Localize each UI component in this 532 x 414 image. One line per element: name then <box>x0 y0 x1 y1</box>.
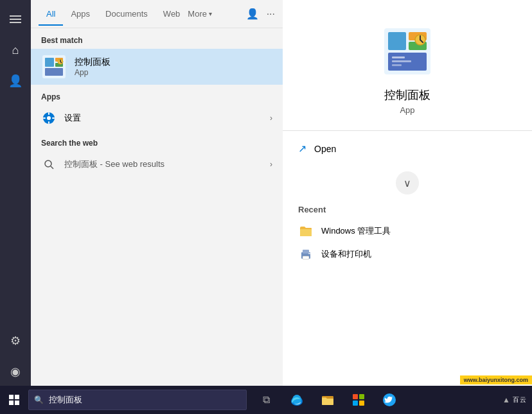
svg-rect-8 <box>48 112 49 115</box>
tab-more[interactable]: More ▾ <box>188 9 212 19</box>
svg-point-7 <box>47 116 51 120</box>
settings-app-arrow: › <box>270 114 272 123</box>
svg-rect-11 <box>52 117 55 119</box>
open-label: Open <box>314 144 336 154</box>
sidebar-item-user[interactable]: 👤 <box>1 67 30 95</box>
svg-rect-10 <box>43 117 46 119</box>
svg-line-13 <box>51 166 53 169</box>
watermark: www.baiyunxitong.com <box>460 375 532 384</box>
best-match-name: 控制面板 <box>75 56 111 68</box>
tray-icons: ▲ <box>502 395 510 404</box>
svg-rect-21 <box>392 60 411 62</box>
search-panel: All Apps Documents Web More ▾ 👤 ··· Best… <box>31 0 283 386</box>
start-menu: ⌂ 👤 ⚙ ◉ All Apps Documents Web More ▾ 👤 … <box>0 0 532 386</box>
recent-item-1[interactable]: 设备和打印机 <box>298 243 517 266</box>
recent-title: Recent <box>298 205 517 214</box>
svg-rect-23 <box>300 229 312 236</box>
task-view-icon: ⧉ <box>263 394 270 406</box>
svg-rect-15 <box>388 32 406 50</box>
sidebar-item-home[interactable]: ⌂ <box>1 36 30 64</box>
detail-actions: ↗ Open <box>283 131 532 166</box>
svg-rect-20 <box>392 56 405 58</box>
web-search-arrow: › <box>270 160 272 169</box>
sidebar-item-settings[interactable]: ⚙ <box>1 327 30 355</box>
detail-app-type: App <box>400 105 414 115</box>
best-match-label: Best match <box>31 28 283 49</box>
overflow-menu-icon[interactable]: ··· <box>267 8 275 20</box>
printer-icon <box>298 246 314 262</box>
explorer-icon <box>321 393 335 407</box>
open-action[interactable]: ↗ Open <box>283 136 532 161</box>
folder-icon-0 <box>298 223 314 239</box>
start-button[interactable] <box>0 386 28 414</box>
svg-rect-32 <box>353 394 358 399</box>
app-item-settings[interactable]: 设置 › <box>31 105 283 131</box>
windows-logo-icon <box>9 395 19 405</box>
ms-store-icon <box>351 393 366 407</box>
settings-app-name: 设置 <box>64 112 270 124</box>
clock: 百云 <box>513 395 527 404</box>
hamburger-icon <box>7 13 24 26</box>
web-section-label: Search the web <box>31 131 283 151</box>
svg-rect-22 <box>392 64 402 66</box>
sidebar-item-power[interactable]: ◉ <box>1 358 30 386</box>
web-search-item[interactable]: 控制面板 - See web results › <box>31 151 283 177</box>
apps-section-label: Apps <box>31 85 283 105</box>
home-icon: ⌂ <box>12 44 19 57</box>
sidebar: ⌂ 👤 ⚙ ◉ <box>0 0 31 386</box>
detail-app-icon <box>382 26 433 77</box>
recent-item-label-0: Windows 管理工具 <box>321 225 391 237</box>
svg-rect-25 <box>303 250 309 254</box>
web-search-icon <box>41 157 57 172</box>
chevron-down-icon: ∨ <box>403 177 411 189</box>
recent-section: Recent Windows 管理工具 <box>283 200 532 271</box>
settings-icon: ⚙ <box>10 334 21 348</box>
recent-item-label-1: 设备和打印机 <box>321 248 371 260</box>
taskbar-search-input[interactable] <box>49 395 241 405</box>
best-match-info: 控制面板 App <box>75 56 111 77</box>
taskbar-search-box[interactable]: 🔍 <box>28 390 247 410</box>
edge-logo-icon <box>290 393 304 407</box>
tabs-right-icons: 👤 ··· <box>246 8 275 20</box>
svg-rect-1 <box>45 58 54 67</box>
tab-all[interactable]: All <box>39 3 63 25</box>
svg-rect-33 <box>359 394 364 399</box>
tabs-bar: All Apps Documents Web More ▾ 👤 ··· <box>31 0 283 28</box>
settings-app-icon <box>41 110 57 126</box>
svg-rect-34 <box>353 401 358 406</box>
taskbar-app-icons: ⧉ <box>247 386 409 414</box>
more-arrow-icon: ▾ <box>209 10 212 17</box>
svg-rect-4 <box>45 68 63 76</box>
results-content: Best match 控制面板 App <box>31 28 283 386</box>
taskbar: 🔍 ⧉ <box>0 386 532 414</box>
detail-app-name: 控制面板 <box>384 87 430 103</box>
system-tray: ▲ 百云 <box>502 395 532 404</box>
svg-point-12 <box>45 160 51 167</box>
store-icon[interactable] <box>344 386 373 414</box>
svg-rect-26 <box>303 256 309 259</box>
user-account-icon[interactable]: 👤 <box>246 8 259 20</box>
taskbar-search-icon: 🔍 <box>34 395 44 404</box>
open-icon: ↗ <box>298 142 306 155</box>
tab-web[interactable]: Web <box>155 3 188 25</box>
sidebar-hamburger[interactable] <box>1 5 30 33</box>
edge-icon[interactable] <box>283 386 311 414</box>
file-explorer-icon[interactable] <box>314 386 342 414</box>
tab-documents[interactable]: Documents <box>98 3 155 25</box>
twitter-logo-icon <box>382 393 396 407</box>
svg-rect-27 <box>308 253 310 254</box>
tab-apps[interactable]: Apps <box>63 3 98 25</box>
svg-rect-35 <box>359 401 364 406</box>
recent-item-0[interactable]: Windows 管理工具 <box>298 220 517 243</box>
expand-button[interactable]: ∨ <box>396 171 419 194</box>
web-search-text: 控制面板 - See web results <box>64 159 270 170</box>
svg-rect-31 <box>322 398 333 405</box>
twitter-icon[interactable] <box>375 386 403 414</box>
best-match-type: App <box>75 68 111 77</box>
best-match-item[interactable]: 控制面板 App <box>31 49 283 85</box>
user-icon: 👤 <box>8 74 22 88</box>
task-view-button[interactable]: ⧉ <box>252 386 280 414</box>
svg-rect-9 <box>48 121 49 124</box>
power-icon: ◉ <box>10 365 21 379</box>
best-match-app-icon <box>41 54 67 80</box>
